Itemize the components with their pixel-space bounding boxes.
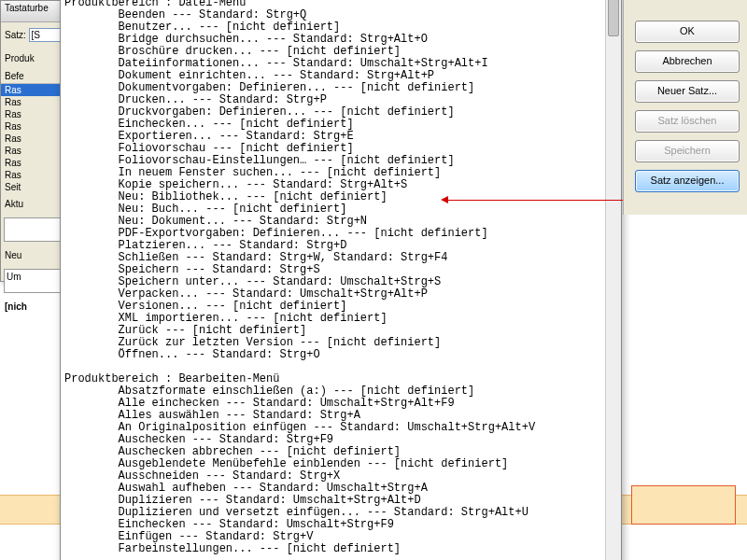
show-set-button[interactable]: Satz anzeigen... (635, 170, 740, 192)
scrollbar[interactable] (605, 0, 621, 560)
list-item[interactable]: Ras (1, 133, 64, 145)
shortcut-listing: Produktbereich : Datei-Menü Beenden --- … (61, 0, 621, 557)
aktu-label: Aktu (1, 193, 64, 215)
list-item[interactable]: Ras (1, 108, 64, 120)
list-item[interactable]: Ras (1, 120, 64, 133)
satz-label: Satz: (5, 30, 26, 40)
list-item[interactable]: Ras (1, 84, 64, 96)
neu-label: Neu (1, 245, 64, 266)
button-column: OK Abbrechen Neuer Satz... Satz löschen … (631, 21, 743, 200)
shortcut-listing-panel: Produktbereich : Datei-Menü Beenden --- … (60, 0, 622, 560)
annotation-arrow-line (446, 200, 633, 201)
new-set-button[interactable]: Neuer Satz... (635, 80, 740, 103)
ok-button[interactable]: OK (635, 21, 740, 43)
background-orange-box (631, 485, 736, 525)
current-shortcut-box (4, 217, 62, 242)
scrollbar-thumb[interactable] (608, 0, 619, 36)
background-dialog-title: Tastaturbe (1, 1, 64, 22)
list-item[interactable]: Ras (1, 145, 64, 157)
save-button: Speichern (635, 140, 740, 162)
cancel-button[interactable]: Abbrechen (635, 50, 740, 73)
list-item[interactable]: Ras (1, 169, 64, 181)
list-item[interactable]: Seit (1, 181, 64, 193)
nich-label: [nich (1, 296, 64, 317)
list-item[interactable]: Ras (1, 157, 64, 169)
befe-header: Befe (1, 69, 64, 84)
background-dialog: Tastaturbe Satz: Produk Befe Ras Ras Ras… (0, 0, 65, 282)
produk-label: Produk (1, 48, 64, 69)
new-shortcut-box[interactable]: Um (4, 269, 62, 293)
satz-row: Satz: (1, 22, 64, 48)
list-item[interactable]: Ras (1, 96, 64, 108)
delete-set-button: Satz löschen (635, 110, 740, 133)
